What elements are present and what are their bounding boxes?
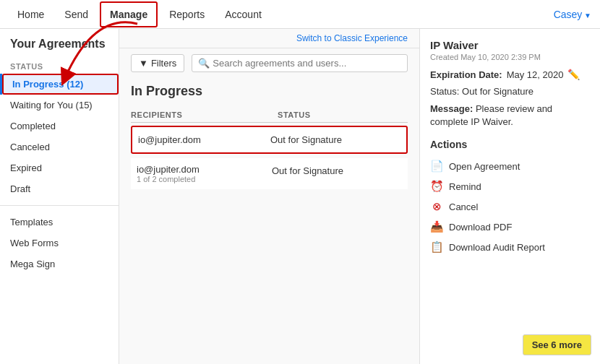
content-header: Switch to Classic Experience (119, 29, 419, 48)
action-remind-label: Remind (449, 181, 481, 192)
sidebar-item-completed[interactable]: Completed (0, 116, 119, 136)
sidebar-divider (0, 205, 119, 206)
section-title: In Progress (131, 84, 408, 99)
nav-account[interactable]: Account (216, 3, 270, 26)
top-navigation: Home Send Manage Reports Account Casey (0, 0, 600, 29)
filter-icon: ▼ (139, 58, 148, 69)
edit-expiration-icon[interactable]: ✏️ (567, 69, 580, 80)
action-cancel[interactable]: ⊗ Cancel (430, 196, 590, 217)
sidebar-title: Your Agreements (0, 38, 119, 58)
nav-send[interactable]: Send (56, 3, 97, 26)
sidebar-item-mega-sign[interactable]: Mega Sign (0, 254, 119, 274)
message-label: Message: (430, 103, 473, 114)
panel-created: Created May 10, 2020 2:39 PM (430, 53, 590, 61)
filter-bar: ▼ Filters 🔍 (119, 48, 419, 78)
nav-reports[interactable]: Reports (160, 3, 213, 26)
action-open-label: Open Agreement (449, 161, 520, 172)
sidebar-status-label: STATUS (0, 58, 119, 74)
row-2-status: Out for Signature (272, 164, 402, 176)
sidebar-item-canceled[interactable]: Canceled (0, 136, 119, 157)
panel-status: Status: Out for Signature (430, 86, 590, 97)
agreement-row-2[interactable]: io@jupiter.dom 1 of 2 completed Out for … (131, 158, 408, 189)
nav-home[interactable]: Home (9, 3, 53, 26)
row-2-left: io@jupiter.dom 1 of 2 completed (137, 164, 272, 183)
action-cancel-label: Cancel (449, 202, 478, 212)
actions-title: Actions (430, 139, 590, 150)
table-header: RECIPIENTS STATUS (131, 108, 408, 123)
sidebar-item-draft[interactable]: Draft (0, 178, 119, 199)
cancel-icon: ⊗ (430, 200, 443, 213)
download-pdf-icon: 📥 (430, 220, 443, 233)
row-1-recipient: io@jupiter.dom (138, 134, 270, 145)
action-open-agreement[interactable]: 📄 Open Agreement (430, 156, 590, 176)
panel-expiration: Expiration Date: May 12, 2020 ✏️ (430, 69, 590, 80)
content-area: Switch to Classic Experience ▼ Filters 🔍… (119, 29, 419, 364)
open-agreement-icon: 📄 (430, 160, 443, 173)
action-download-audit-label: Download Audit Report (449, 242, 545, 253)
col-status-header: STATUS (278, 110, 408, 119)
expiration-value: May 12, 2020 (507, 69, 564, 80)
sidebar-item-templates[interactable]: Templates (0, 212, 119, 233)
action-download-pdf[interactable]: 📥 Download PDF (430, 217, 590, 237)
action-remind[interactable]: ⏰ Remind (430, 176, 590, 196)
row-2-sub: 1 of 2 completed (137, 175, 272, 183)
status-label: Status: (430, 86, 459, 97)
agreements-content: In Progress RECIPIENTS STATUS io@jupiter… (119, 78, 419, 364)
sidebar-item-waiting[interactable]: Waiting for You (15) (0, 95, 119, 116)
col-recipients-header: RECIPIENTS (131, 110, 278, 119)
nav-manage[interactable]: Manage (100, 1, 158, 27)
sidebar: Your Agreements STATUS In Progress (12) … (0, 29, 119, 364)
sidebar-item-expired[interactable]: Expired (0, 157, 119, 178)
see-more-button[interactable]: See 6 more (523, 334, 591, 355)
remind-icon: ⏰ (430, 180, 443, 193)
action-download-audit[interactable]: 📋 Download Audit Report (430, 237, 590, 257)
search-box[interactable]: 🔍 (192, 54, 408, 72)
user-menu[interactable]: Casey (554, 9, 591, 20)
switch-classic-link[interactable]: Switch to Classic Experience (296, 33, 408, 43)
status-value: Out for Signature (462, 86, 533, 97)
right-panel: IP Waiver Created May 10, 2020 2:39 PM E… (419, 29, 600, 364)
download-audit-icon: 📋 (430, 240, 443, 254)
search-input[interactable] (213, 58, 401, 69)
panel-message: Message: Please review and complete IP W… (430, 103, 590, 129)
expiration-label: Expiration Date: (430, 69, 502, 80)
filters-button[interactable]: ▼ Filters (131, 54, 184, 72)
main-layout: Your Agreements STATUS In Progress (12) … (0, 29, 600, 364)
row-1-status: Out for Signature (270, 134, 400, 145)
action-download-pdf-label: Download PDF (449, 222, 512, 233)
sidebar-item-web-forms[interactable]: Web Forms (0, 233, 119, 254)
search-icon: 🔍 (198, 58, 210, 69)
sidebar-item-in-progress[interactable]: In Progress (12) (0, 74, 119, 95)
row-2-recipient: io@jupiter.dom (137, 164, 272, 175)
panel-title: IP Waiver (430, 39, 590, 51)
agreement-row-1[interactable]: io@jupiter.dom Out for Signature (131, 126, 408, 154)
nav-items: Home Send Manage Reports Account (9, 1, 554, 27)
filter-label: Filters (151, 58, 176, 69)
